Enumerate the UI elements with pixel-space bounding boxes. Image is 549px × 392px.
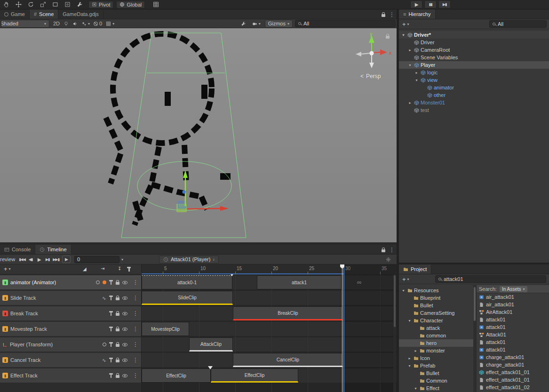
edit-mode-icon[interactable]: ⇥ xyxy=(101,266,104,271)
marker-pin-icon[interactable] xyxy=(128,267,130,272)
track-menu-icon[interactable]: ⋮ xyxy=(133,326,138,332)
track-head-cancel-track[interactable]: ▮Cancel Track∿⋮ xyxy=(0,353,141,367)
rotate-tool-button[interactable] xyxy=(24,0,37,9)
project-folder-common[interactable]: Common xyxy=(399,377,473,384)
goto-end-button[interactable]: ▶▶▮ xyxy=(52,256,60,263)
scrollbar-thumb[interactable] xyxy=(394,275,396,327)
clip-effectclip[interactable]: EffectClip xyxy=(142,368,211,383)
hierarchy-item-monster01[interactable]: ▸Monster01 xyxy=(399,99,549,106)
perspective-toggle[interactable]: < Persp xyxy=(360,73,381,80)
expand-arrow-icon[interactable]: ▾ xyxy=(413,386,418,391)
mute-eye-icon[interactable] xyxy=(122,343,127,346)
play-range-button[interactable]: ▶ xyxy=(62,256,71,263)
expand-arrow-icon[interactable]: ▸ xyxy=(407,101,413,105)
clip-boundary-marker[interactable] xyxy=(230,274,234,276)
track-head-animator-animator[interactable]: ▮animator (Animator)⋮ xyxy=(0,275,141,289)
hierarchy-search-input[interactable]: All xyxy=(489,20,547,28)
frame-dropdown-icon[interactable]: ▾ xyxy=(121,257,123,262)
panel-menu-icon[interactable]: ⋮ xyxy=(389,247,395,253)
hierarchy-item-view[interactable]: ▾view xyxy=(399,76,549,84)
hierarchy-item-player[interactable]: ▾Player xyxy=(399,61,549,69)
search-scope-dropdown[interactable]: In Assets▾ xyxy=(500,286,527,292)
tab-scene[interactable]: # Scene xyxy=(30,9,58,19)
preview-toggle[interactable]: Preview xyxy=(0,256,18,262)
track-menu-icon[interactable]: ⋮ xyxy=(133,372,138,379)
lock-icon[interactable] xyxy=(116,375,119,378)
project-folder-character[interactable]: ▾Character xyxy=(399,317,473,324)
grid-visibility-dropdown[interactable]: ▾ xyxy=(104,20,116,28)
scene-tools-button[interactable] xyxy=(239,20,248,28)
project-folder-bullet[interactable]: Bullet xyxy=(399,369,473,377)
move-tool-button[interactable] xyxy=(12,0,24,9)
project-folder-common[interactable]: common xyxy=(399,332,473,339)
curves-view-icon[interactable]: ◢ xyxy=(83,266,87,272)
hand-tool-button[interactable] xyxy=(0,0,12,9)
expand-arrow-icon[interactable]: ▸ xyxy=(407,356,412,360)
track-head-slide-track[interactable]: ▮Slide Track∿⋮ xyxy=(0,291,141,305)
record-toggle-icon[interactable] xyxy=(103,343,106,346)
asset-result-attack01[interactable]: attack01 xyxy=(477,346,549,353)
project-tree-scrollbar[interactable] xyxy=(473,285,476,392)
pin-icon[interactable] xyxy=(111,327,112,331)
asset-result-attack01[interactable]: attack01 xyxy=(477,316,549,323)
mute-eye-icon[interactable] xyxy=(122,374,127,377)
add-track-button[interactable]: +▾ xyxy=(2,265,12,272)
lock-icon[interactable] xyxy=(382,249,385,252)
project-folder-prefab[interactable]: ▾Prefab xyxy=(399,362,473,369)
2d-toggle[interactable]: 2D xyxy=(51,20,62,28)
record-toggle-icon[interactable] xyxy=(96,280,100,284)
clip-attack0-1[interactable]: attack0-1 xyxy=(142,275,232,289)
timeline-scrollbar[interactable] xyxy=(393,274,396,392)
panel-menu-icon[interactable]: ⋮ xyxy=(389,11,395,18)
expand-arrow-icon[interactable]: ▾ xyxy=(407,364,412,368)
transform-tool-button[interactable] xyxy=(61,0,73,9)
asset-result-charge-attack01[interactable]: charge_attack01 xyxy=(477,361,549,368)
infinite-clip-icon[interactable]: ∞ xyxy=(357,279,361,286)
prev-frame-button[interactable]: ◀▮ xyxy=(26,256,35,263)
next-frame-button[interactable]: ▶▮ xyxy=(43,256,52,263)
track-head-player-transform[interactable]: Player (Transform)⋮ xyxy=(0,337,141,352)
project-folder-camerasetting[interactable]: CameraSetting xyxy=(399,309,473,317)
lock-icon[interactable] xyxy=(116,282,119,285)
asset-result-attack01[interactable]: attack01 xyxy=(477,338,549,346)
mute-eye-icon[interactable] xyxy=(122,296,127,300)
lock-icon[interactable] xyxy=(116,360,119,362)
lock-icon[interactable] xyxy=(116,328,119,331)
mute-eye-icon[interactable] xyxy=(122,328,127,331)
track-head-effect-track[interactable]: ▮Effect Track⋮ xyxy=(0,368,141,383)
tab-project[interactable]: Project xyxy=(399,264,431,274)
curves-toggle-icon[interactable]: ∿ xyxy=(102,358,106,363)
expand-arrow-icon[interactable]: ▸ xyxy=(413,349,418,353)
gizmo-lock-icon[interactable] xyxy=(386,36,390,39)
hierarchy-item-driver[interactable]: ▾Driver* xyxy=(399,31,549,39)
project-folder-monster[interactable]: ▸monster xyxy=(399,347,473,354)
tab-game[interactable]: Game xyxy=(0,9,30,19)
step-button[interactable]: ▶▮ xyxy=(438,0,451,8)
expand-arrow-icon[interactable]: ▸ xyxy=(407,48,413,52)
clip-effectclip[interactable]: EffectClip xyxy=(211,368,298,383)
clip-attackclip[interactable]: AttackClip xyxy=(189,337,233,352)
expand-arrow-icon[interactable]: ▾ xyxy=(401,288,406,293)
track-head-movestep-track[interactable]: ▮Movestep Track⋮ xyxy=(0,322,141,336)
pin-icon[interactable] xyxy=(111,343,112,347)
hierarchy-item-cameraroot[interactable]: ▸CameraRoot xyxy=(399,46,549,54)
hierarchy-item-test[interactable]: test xyxy=(399,106,549,114)
pivot-toggle[interactable]: Pivot xyxy=(88,1,113,8)
asset-result-effect-attack01-01[interactable]: effect_attack01_01 xyxy=(477,376,549,384)
track-menu-icon[interactable]: ⋮ xyxy=(133,295,138,301)
insert-clip-icon[interactable]: ↧ xyxy=(118,266,121,271)
create-asset-button[interactable]: +▾ xyxy=(401,276,411,283)
track-menu-icon[interactable]: ⋮ xyxy=(133,357,138,363)
track-menu-icon[interactable]: ⋮ xyxy=(133,310,138,317)
mute-eye-icon[interactable] xyxy=(122,312,127,315)
lock-icon[interactable] xyxy=(116,313,119,316)
scene-search-input[interactable]: All xyxy=(295,20,396,27)
scene-viewport[interactable]: y x < Persp xyxy=(0,28,397,242)
scene-visibility-toggle[interactable]: 0 xyxy=(92,20,104,28)
pin-icon[interactable] xyxy=(111,312,112,316)
pin-icon[interactable] xyxy=(111,374,112,378)
tab-timeline[interactable]: Timeline xyxy=(35,245,71,254)
hierarchy-item-animator[interactable]: animator xyxy=(399,84,549,91)
asset-result-attack01[interactable]: Attack01 xyxy=(477,331,549,338)
asset-result-airattack01[interactable]: AirAttack01 xyxy=(477,308,549,316)
